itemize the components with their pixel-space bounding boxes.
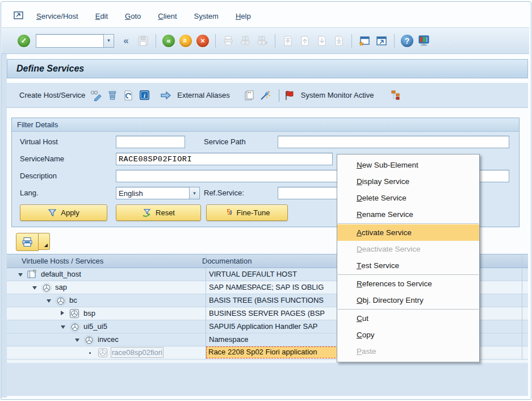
find-next-icon[interactable] (255, 34, 270, 48)
reset-button[interactable]: Reset (116, 204, 201, 221)
refresh-icon[interactable] (122, 88, 135, 103)
back-icon[interactable]: « (161, 34, 176, 48)
expand-collapse-icon[interactable] (47, 299, 51, 303)
window-left-border (1, 54, 7, 398)
filter-reset-icon (142, 208, 152, 217)
application-toolbar: Create Host/Service i External Aliases S… (7, 83, 528, 108)
node-label[interactable]: sap (55, 283, 67, 291)
external-aliases-button[interactable]: External Aliases (174, 89, 233, 101)
context-menu-item-obj-directory-entry[interactable]: Obj. Directory Entry (337, 292, 479, 308)
selected-documentation-cell[interactable]: Race 2208 Sp02 Fiori application (206, 346, 341, 358)
create-host-service-button[interactable]: Create Host/Service (16, 89, 89, 101)
previous-page-icon[interactable] (298, 34, 312, 48)
column-divider-2[interactable] (522, 254, 522, 360)
menubar-item-help[interactable]: Help (227, 10, 259, 23)
shortcut-icon[interactable] (374, 34, 389, 48)
expand-collapse-icon[interactable] (32, 286, 37, 290)
print-options-dropdown[interactable]: ◢ (39, 233, 50, 250)
continue-icon[interactable]: ✓ (16, 34, 31, 48)
toolbar-separator (275, 34, 275, 48)
last-page-icon[interactable] (332, 34, 346, 48)
next-page-icon[interactable] (315, 34, 329, 48)
customize-layout-icon[interactable] (417, 34, 432, 48)
first-page-icon[interactable] (280, 34, 295, 48)
service-path-input[interactable] (278, 136, 509, 148)
virtual-host-input[interactable] (116, 136, 185, 148)
menubar-item-system[interactable]: System (186, 10, 227, 23)
column-divider-1[interactable] (206, 254, 206, 360)
command-field[interactable]: ▼ (36, 34, 114, 48)
node-label[interactable]: bc (69, 296, 77, 304)
service-name-label: ServiceName (20, 154, 64, 163)
apply-button[interactable]: Apply (20, 204, 107, 221)
system-menu-icon[interactable] (13, 10, 24, 22)
documentation-cell[interactable]: BASIS TREE (BASIS FUNCTIONS (209, 296, 324, 304)
apply-label: Apply (61, 208, 79, 217)
virtual-host-label: Virtual Host (20, 137, 58, 146)
dropdown-corner-icon: ◢ (44, 243, 48, 248)
cancel-icon[interactable]: × (195, 34, 210, 48)
ref-service-input[interactable] (278, 187, 339, 199)
context-menu-item-test-service[interactable]: Test Service (337, 257, 479, 274)
command-field-dropdown-icon[interactable]: ▼ (104, 34, 114, 48)
new-session-icon[interactable] (357, 34, 372, 48)
menubar-item-goto[interactable]: Goto (116, 10, 149, 23)
context-menu-item-display-service[interactable]: Display Service (337, 173, 479, 190)
monitor-flag-icon[interactable] (283, 88, 296, 103)
node-label[interactable]: ui5_ui5 (83, 322, 107, 331)
column-header-hosts-services[interactable]: Virtuelle Hosts / Services (22, 257, 103, 265)
node-label[interactable]: invcec (98, 335, 119, 344)
node-label[interactable]: race08sp02fiori (112, 348, 162, 357)
info-icon[interactable]: i (137, 88, 151, 103)
empty-table-area (7, 363, 528, 396)
toolbar-separator (351, 34, 352, 48)
menubar-item-client[interactable]: Client (149, 10, 185, 23)
expand-collapse-icon[interactable] (61, 325, 65, 329)
documentation-cell[interactable]: VIRTUAL DEFAULT HOST (209, 270, 297, 278)
service-name-input[interactable] (116, 153, 333, 165)
node-label[interactable]: default_host (41, 270, 81, 278)
printer-icon (21, 236, 33, 248)
context-menu-item-delete-service[interactable]: Delete Service (337, 190, 479, 206)
fine-tune-icon (224, 208, 233, 217)
context-menu-item-paste: Paste (337, 343, 479, 360)
node-label[interactable]: bsp (83, 309, 95, 318)
expand-collapse-icon[interactable] (61, 311, 64, 315)
column-header-documentation[interactable]: Documentation (202, 257, 252, 265)
language-select[interactable]: English ▼ (116, 187, 200, 199)
filter-details-header: Filter Details (12, 118, 519, 132)
menubar-item-edit[interactable]: Edit (87, 10, 116, 23)
context-menu-item-cut[interactable]: Cut (337, 310, 479, 327)
documentation-cell[interactable]: Namespace (209, 335, 248, 344)
print-icon[interactable] (221, 34, 236, 48)
external-alias-arrow-icon[interactable] (159, 88, 173, 103)
menubar-item-service-host[interactable]: Service/Host (28, 10, 87, 23)
expand-collapse-icon[interactable] (18, 273, 23, 277)
collapse-icon[interactable]: « (119, 34, 133, 48)
context-menu-item-copy[interactable]: Copy (337, 327, 479, 343)
hierarchy-icon[interactable] (388, 88, 402, 103)
ref-service-label: Ref.Service: (204, 189, 244, 197)
documentation-cell[interactable]: BUSINESS SERVER PAGES (BSP (209, 309, 325, 318)
documentation-cell[interactable]: SAPUI5 Application Handler SAP (209, 322, 318, 331)
print-button[interactable] (16, 233, 39, 251)
context-menu-item-references-to-service[interactable]: References to Service (337, 275, 479, 292)
log-icon[interactable] (242, 88, 256, 103)
context-menu-item-activate-service[interactable]: Activate Service (337, 224, 479, 241)
print-split-button: ◢ (16, 233, 50, 251)
context-menu-item-new-sub-element[interactable]: New Sub-Element (337, 157, 479, 173)
wizard-icon[interactable] (258, 88, 272, 103)
find-icon[interactable] (238, 34, 253, 48)
expand-collapse-icon[interactable] (75, 339, 79, 342)
language-dropdown-icon[interactable]: ▼ (190, 187, 200, 199)
command-field-input[interactable] (36, 34, 104, 48)
delete-icon[interactable] (106, 88, 119, 103)
help-icon[interactable]: ? (400, 34, 414, 48)
exit-icon[interactable]: « (178, 34, 193, 48)
context-menu-item-rename-service[interactable]: Rename Service (337, 206, 479, 223)
display-change-icon[interactable] (90, 88, 103, 103)
fine-tune-button[interactable]: Fine-Tune (206, 204, 288, 221)
fine-tune-label: Fine-Tune (237, 208, 270, 217)
documentation-cell[interactable]: SAP NAMESPACE; SAP IS OBLIG (209, 283, 324, 291)
save-icon[interactable] (136, 34, 150, 48)
